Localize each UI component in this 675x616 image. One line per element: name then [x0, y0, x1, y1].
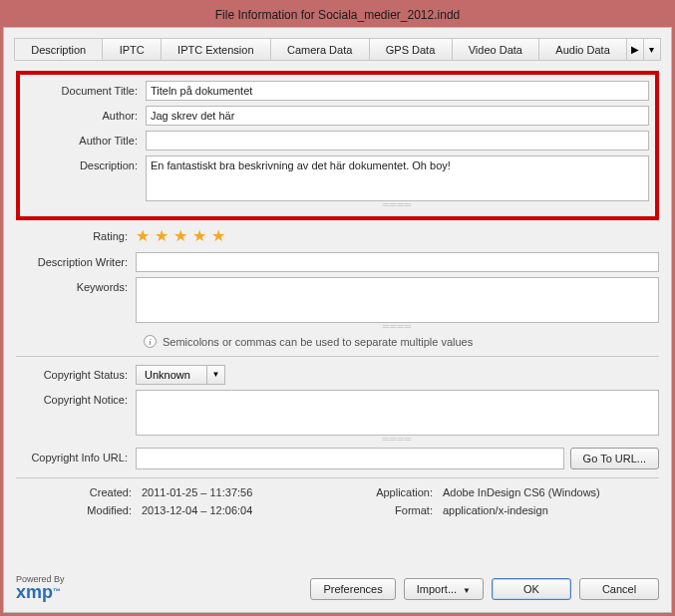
rating-stars[interactable]: ★ ★ ★ ★ ★ [136, 226, 659, 247]
star-icon[interactable]: ★ [155, 226, 169, 246]
created-label: Created: [16, 486, 136, 498]
star-icon[interactable]: ★ [173, 226, 187, 246]
description-writer-label: Description Writer: [16, 252, 136, 272]
author-title-label: Author Title: [26, 131, 146, 151]
application-label: Application: [347, 486, 437, 498]
tab-scroll-right[interactable]: ▶ [626, 38, 644, 60]
cancel-button[interactable]: Cancel [579, 578, 659, 600]
copyright-status-label: Copyright Status: [16, 365, 136, 385]
format-label: Format: [347, 504, 437, 516]
author-title-input[interactable] [146, 131, 649, 151]
tab-overflow-menu[interactable]: ▾ [643, 38, 661, 60]
star-icon[interactable]: ★ [211, 226, 225, 246]
tab-audio-data[interactable]: Audio Data [538, 38, 627, 60]
info-icon: i [144, 335, 157, 348]
tab-gps-data[interactable]: GPS Data [369, 38, 453, 60]
resize-grip-icon[interactable]: ════ [136, 324, 659, 330]
highlighted-region: Document Title: Author: Author Title: De… [16, 71, 659, 220]
description-writer-input[interactable] [136, 252, 659, 272]
star-icon[interactable]: ★ [192, 226, 206, 246]
tab-iptc[interactable]: IPTC [102, 38, 161, 60]
modified-label: Modified: [16, 504, 136, 516]
resize-grip-icon[interactable]: ════ [146, 202, 649, 208]
metadata-grid: Created: 2011-01-25 – 11:37:56 Applicati… [16, 486, 659, 516]
import-button[interactable]: Import...▼ [404, 578, 484, 600]
chevron-down-icon[interactable]: ▼ [206, 366, 224, 384]
copyright-notice-textarea[interactable] [136, 390, 659, 436]
preferences-button[interactable]: Preferences [310, 578, 395, 600]
divider [16, 477, 659, 478]
window-title: File Information for Sociala_medier_2012… [3, 3, 672, 27]
created-value: 2011-01-25 – 11:37:56 [142, 486, 341, 498]
document-title-label: Document Title: [26, 81, 146, 101]
copyright-status-select[interactable]: Unknown ▼ [136, 365, 225, 385]
copyright-notice-label: Copyright Notice: [16, 390, 136, 410]
modified-value: 2013-12-04 – 12:06:04 [142, 504, 341, 516]
ok-button[interactable]: OK [492, 578, 571, 600]
copyright-url-input[interactable] [136, 448, 564, 469]
format-value: application/x-indesign [443, 504, 659, 516]
dialog-window: Description IPTC IPTC Extension Camera D… [3, 27, 672, 613]
chevron-down-icon: ▼ [463, 586, 471, 595]
author-label: Author: [26, 106, 146, 126]
keywords-label: Keywords: [16, 277, 136, 297]
xmp-logo-text: xmp™ [16, 584, 61, 600]
description-textarea[interactable]: En fantastiskt bra beskrivning av det hä… [146, 155, 649, 201]
star-icon[interactable]: ★ [136, 226, 150, 246]
xmp-logo: Powered By xmp™ [16, 574, 65, 600]
document-title-input[interactable] [146, 81, 649, 101]
rating-label: Rating: [16, 226, 136, 246]
resize-grip-icon[interactable]: ════ [136, 437, 659, 443]
tab-video-data[interactable]: Video Data [452, 38, 540, 60]
go-to-url-button[interactable]: Go To URL... [570, 448, 659, 469]
copyright-url-label: Copyright Info URL: [16, 448, 136, 467]
description-label: Description: [26, 155, 146, 175]
keywords-hint: Semicolons or commas can be used to sepa… [163, 336, 473, 348]
copyright-status-value: Unknown [137, 366, 206, 384]
divider [16, 356, 659, 357]
author-input[interactable] [146, 106, 649, 126]
tab-iptc-extension[interactable]: IPTC Extension [161, 38, 271, 60]
tab-bar: Description IPTC IPTC Extension Camera D… [14, 38, 661, 61]
tab-description[interactable]: Description [14, 38, 103, 60]
tab-camera-data[interactable]: Camera Data [270, 38, 370, 60]
keywords-textarea[interactable] [136, 277, 659, 323]
application-value: Adobe InDesign CS6 (Windows) [443, 486, 659, 498]
